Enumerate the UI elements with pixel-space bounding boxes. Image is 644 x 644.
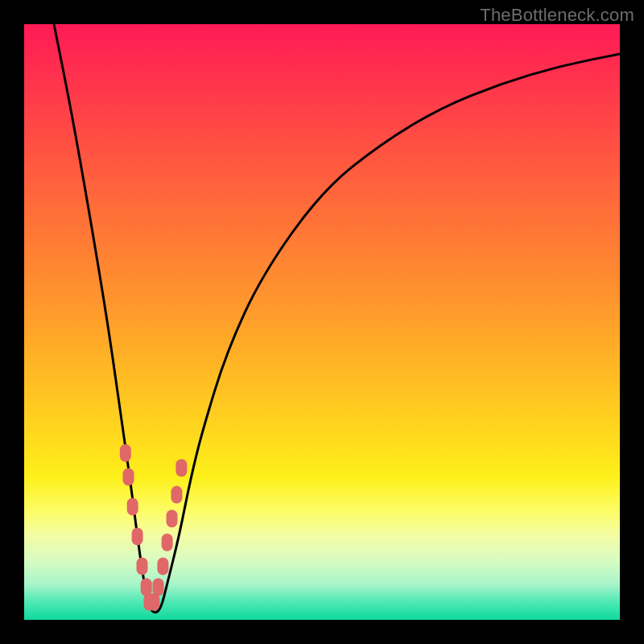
- marker-dot: [175, 459, 187, 477]
- chart-frame: TheBottleneck.com: [0, 0, 644, 644]
- marker-dot: [123, 468, 134, 485]
- watermark-text: TheBottleneck.com: [480, 5, 634, 26]
- plot-area: [24, 24, 620, 620]
- marker-dot: [132, 527, 143, 545]
- marker-dot: [120, 444, 131, 462]
- marker-dot: [157, 557, 168, 575]
- marker-dot: [127, 497, 138, 515]
- marker-dot: [162, 534, 173, 551]
- bottleneck-curve-svg: [24, 24, 620, 620]
- curve-path: [54, 24, 620, 613]
- marker-dot: [167, 510, 178, 527]
- marker-cluster-group: [120, 444, 188, 611]
- curve-path-group: [54, 24, 620, 613]
- marker-dot: [153, 578, 164, 596]
- marker-dot: [171, 486, 182, 504]
- marker-dot: [137, 557, 148, 575]
